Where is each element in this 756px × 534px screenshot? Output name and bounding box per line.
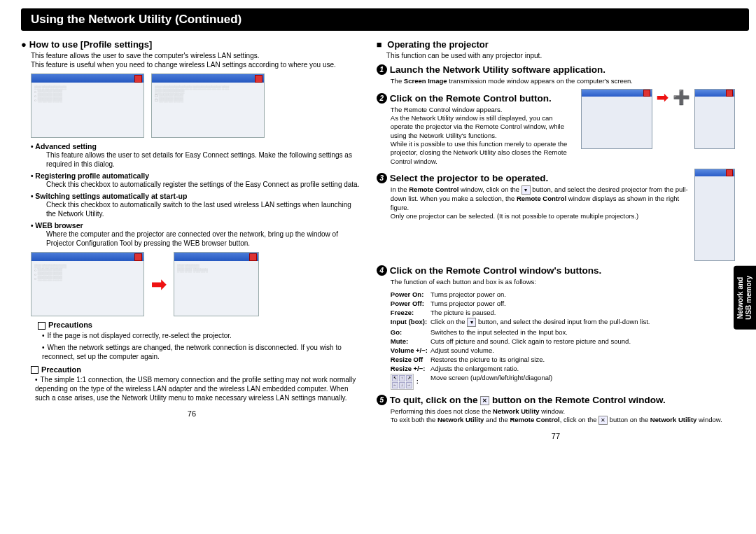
remote-control-window xyxy=(694,169,735,261)
step-number-icon: 3 xyxy=(377,173,387,183)
close-icon xyxy=(255,75,262,83)
page-title: Using the Network Utility (Continued) xyxy=(21,8,749,31)
arrow-right-icon: ➡ ➕ xyxy=(657,89,690,106)
step-number-icon: 1 xyxy=(377,64,387,75)
web-browser-window: ░░░░░░░░░░░░░░░ ░░░░░░ xyxy=(174,252,259,316)
step-heading: 1Launch the Network Utility software app… xyxy=(377,64,735,76)
close-icon: ✕ xyxy=(480,396,489,405)
close-icon xyxy=(726,169,733,176)
square-icon: ■ xyxy=(377,39,382,50)
step-heading: 4Click on the Remote Control window's bu… xyxy=(377,265,735,276)
section-heading-profile: ●How to use [Profile settings] xyxy=(21,39,363,50)
section-intro: This function can be used with any proje… xyxy=(386,51,735,60)
dropdown-icon: ▾ xyxy=(522,185,531,195)
step-heading: 2Click on the Remote Control button. xyxy=(377,93,578,104)
precaution-item: •When the network settings are changed, … xyxy=(42,343,363,361)
close-icon xyxy=(134,75,142,83)
precaution-item: •If the page is not displayed correctly,… xyxy=(42,331,363,340)
section-intro: This feature allows the user to save the… xyxy=(31,51,363,69)
network-utility-window xyxy=(581,89,652,149)
remote-control-window-small xyxy=(694,89,735,149)
wireless-settings-window: ░░░░░░░░░░░░░○ ░░░░░░░░░░○ ░░░░░░░░░░○ ░… xyxy=(31,73,144,138)
list-item: • Advanced setting This feature allows t… xyxy=(31,142,363,169)
close-icon: ✕ xyxy=(598,416,608,425)
button-function-table: Power On:Turns projector power on. Power… xyxy=(391,290,653,391)
list-item: • WEB browser Where the computer and the… xyxy=(31,221,363,248)
close-icon xyxy=(249,253,257,261)
list-item: • Registering profile automatically Chec… xyxy=(31,171,363,189)
close-icon xyxy=(134,253,142,261)
profile-settings-window: ░░░░░░░░░░░░░░░░░░░░░░░░░░░░░░░░░░░░░░░░… xyxy=(151,73,265,138)
step-number-icon: 4 xyxy=(377,265,387,276)
dpad-icon: ↖↑↗←↓→ xyxy=(391,374,414,390)
list-item: • Switching settings automatically at st… xyxy=(31,192,363,218)
section-tab: Network and USB memory xyxy=(734,266,756,330)
step-intro: The function of each button and box is a… xyxy=(391,278,735,286)
screenshot-row-2: ░░░░░░░░░░░░░○ ░░░░░░░░░░○ ░░░░░░░░░░○ ░… xyxy=(31,252,363,316)
right-column: ■ Operating the projector This function … xyxy=(377,36,735,440)
page-number: 76 xyxy=(21,409,363,418)
step-heading: 3Select the projector to be operated. xyxy=(377,173,690,184)
step-body: Performing this does not close the Netwo… xyxy=(391,407,735,425)
precautions-heading: Precautions xyxy=(38,321,363,330)
bullet-icon: ● xyxy=(21,39,27,50)
step-number-icon: 5 xyxy=(377,395,387,405)
step-body: The Screen Image transmission mode windo… xyxy=(391,77,735,85)
step-body: The Remote Control window appears. As th… xyxy=(391,106,578,166)
precaution-item: •The simple 1:1 connection, the USB memo… xyxy=(35,375,363,402)
page-number: 77 xyxy=(377,432,735,440)
arrow-right-icon: ➡ xyxy=(151,274,167,295)
close-icon xyxy=(726,90,733,97)
close-icon xyxy=(643,90,650,97)
step-number-icon: 2 xyxy=(377,93,387,104)
section-heading-operating: ■ Operating the projector xyxy=(377,39,735,50)
dropdown-icon: ▾ xyxy=(467,318,476,327)
wireless-settings-window-2: ░░░░░░░░░░░░░○ ░░░░░░░░░░○ ░░░░░░░░░░○ ░… xyxy=(31,252,144,316)
step-body: In the Remote Control window, click on t… xyxy=(391,185,690,220)
left-column: ●How to use [Profile settings] This feat… xyxy=(21,36,363,440)
screenshot-row-1: ░░░░░░░░░░░░░○ ░░░░░░░░░░○ ░░░░░░░░░░○ ░… xyxy=(31,73,363,138)
step-heading: 5To quit, click on the ✕ button on the R… xyxy=(377,395,735,406)
precaution-heading: Precaution xyxy=(31,365,363,374)
